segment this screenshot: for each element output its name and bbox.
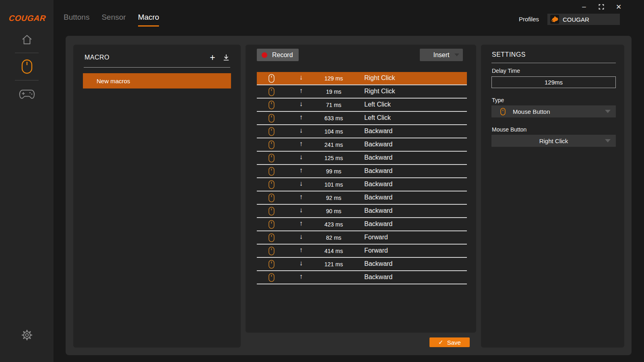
tab-buttons[interactable]: Buttons xyxy=(64,13,89,27)
macro-event-row[interactable]: ↓101 msBackward xyxy=(257,178,467,191)
tab-sensor[interactable]: Sensor xyxy=(101,13,126,27)
gear-icon xyxy=(21,329,33,341)
record-button-label: Record xyxy=(272,51,293,59)
chevron-down-icon xyxy=(605,110,611,113)
home-icon xyxy=(21,34,33,46)
mouse-icon xyxy=(268,114,275,123)
arrow-down-icon: ↓ xyxy=(297,233,305,241)
event-delay: 633 ms xyxy=(316,115,351,121)
macro-panel-title: MACRO xyxy=(85,54,109,61)
app-window: COUGAR xyxy=(0,0,644,362)
event-action: Backward xyxy=(364,141,392,148)
type-label: Type xyxy=(492,97,504,103)
close-button[interactable]: ✕ xyxy=(613,2,624,11)
save-button[interactable]: ✓ Save xyxy=(429,337,470,347)
mouse-icon xyxy=(268,101,275,109)
mouse-button-dropdown-value: Right Click xyxy=(491,138,616,144)
arrow-up-icon: ↑ xyxy=(297,87,305,95)
mouse-button-dropdown[interactable]: Right Click xyxy=(491,135,616,147)
event-action: Backward xyxy=(364,274,392,281)
mouse-icon xyxy=(268,87,275,96)
macro-event-row[interactable]: ↑99 msBackward xyxy=(257,165,467,178)
event-action: Backward xyxy=(364,194,392,201)
event-action: Right Click xyxy=(364,74,395,82)
arrow-up-icon: ↑ xyxy=(297,140,305,148)
insert-dropdown-label: Insert xyxy=(433,51,449,59)
macro-event-row[interactable]: ↓82 msForward xyxy=(257,231,467,245)
settings-divider xyxy=(491,63,616,63)
event-action: Left Click xyxy=(364,101,391,108)
type-dropdown[interactable]: Mouse Button xyxy=(491,105,616,117)
delay-time-input[interactable] xyxy=(491,76,616,88)
macro-event-row[interactable]: ↑423 msBackward xyxy=(257,218,467,231)
event-delay: 71 ms xyxy=(316,102,351,108)
event-delay: 414 ms xyxy=(316,248,351,254)
arrow-up-icon: ↑ xyxy=(297,113,305,121)
mouse-icon xyxy=(268,180,275,189)
arrow-up-icon: ↑ xyxy=(297,167,305,175)
macro-events-panel: Record Insert ↓129 msRight Click↑19 msRi… xyxy=(246,45,476,333)
macro-event-row[interactable]: ↑Backward xyxy=(257,271,467,284)
event-action: Backward xyxy=(364,260,392,267)
mouse-icon xyxy=(268,154,275,162)
event-delay: 125 ms xyxy=(316,155,351,161)
event-delay: 129 ms xyxy=(316,75,351,82)
mouse-icon xyxy=(21,59,33,74)
sidebar-item-gamepad[interactable] xyxy=(0,88,54,100)
download-icon xyxy=(223,54,230,61)
event-delay: 121 ms xyxy=(316,261,351,267)
check-icon: ✓ xyxy=(438,339,444,346)
macro-event-row[interactable]: ↓90 msBackward xyxy=(257,205,467,218)
macro-event-row[interactable]: ↑241 msBackward xyxy=(257,138,467,152)
sidebar: COUGAR xyxy=(0,0,54,362)
sidebar-divider xyxy=(15,53,39,53)
settings-title: SETTINGS xyxy=(492,51,526,58)
macro-event-row[interactable]: ↑19 msRight Click xyxy=(257,85,467,99)
mouse-button-label: Mouse Button xyxy=(492,126,526,133)
delay-time-label: Delay Time xyxy=(492,68,520,74)
macro-event-row[interactable]: ↓129 msRight Click xyxy=(257,72,467,85)
event-action: Left Click xyxy=(364,114,391,121)
arrow-up-icon: ↑ xyxy=(297,193,305,201)
macro-list-item[interactable]: New macros xyxy=(83,73,231,88)
chevron-down-icon xyxy=(454,53,459,56)
arrow-down-icon: ↓ xyxy=(297,259,305,267)
mouse-icon xyxy=(268,273,275,282)
tab-macro[interactable]: Macro xyxy=(138,13,159,27)
chevron-down-icon xyxy=(605,139,611,142)
sidebar-item-home[interactable] xyxy=(0,34,54,46)
macro-list-panel: MACRO + New macros xyxy=(73,45,241,348)
macro-event-row[interactable]: ↓125 msBackward xyxy=(257,152,467,165)
event-action: Forward xyxy=(364,234,388,241)
add-macro-button[interactable]: + xyxy=(208,53,217,62)
record-dot-icon xyxy=(262,52,267,58)
mouse-icon xyxy=(268,260,275,269)
minimize-button[interactable]: – xyxy=(579,2,589,11)
macro-event-row[interactable]: ↑633 msLeft Click xyxy=(257,112,467,125)
mouse-icon xyxy=(268,167,275,176)
mouse-icon xyxy=(268,127,275,136)
event-action: Backward xyxy=(364,154,392,161)
macro-item-label: New macros xyxy=(97,78,130,84)
mouse-icon xyxy=(268,247,275,255)
maximize-button[interactable] xyxy=(596,2,607,11)
import-macro-button[interactable] xyxy=(222,53,230,62)
macro-event-row[interactable]: ↓104 msBackward xyxy=(257,125,467,138)
sidebar-item-mouse[interactable] xyxy=(0,59,54,74)
sidebar-item-settings[interactable] xyxy=(0,329,54,341)
macro-event-row[interactable]: ↑92 msBackward xyxy=(257,191,467,205)
event-delay: 82 ms xyxy=(316,234,351,241)
event-delay: 92 ms xyxy=(316,195,351,201)
insert-dropdown[interactable]: Insert xyxy=(420,49,463,61)
record-button[interactable]: Record xyxy=(257,49,299,61)
arrow-up-icon: ↑ xyxy=(297,246,305,254)
macro-event-row[interactable]: ↓71 msLeft Click xyxy=(257,99,467,112)
mouse-icon xyxy=(268,140,275,149)
macro-event-row[interactable]: ↓121 msBackward xyxy=(257,258,467,271)
event-action: Backward xyxy=(364,167,392,175)
mouse-icon xyxy=(268,220,275,229)
macro-event-row[interactable]: ↑414 msForward xyxy=(257,245,467,258)
tab-bar: Buttons Sensor Macro xyxy=(64,13,159,27)
profile-select[interactable]: COUGAR xyxy=(547,14,620,25)
event-delay: 101 ms xyxy=(316,181,351,188)
